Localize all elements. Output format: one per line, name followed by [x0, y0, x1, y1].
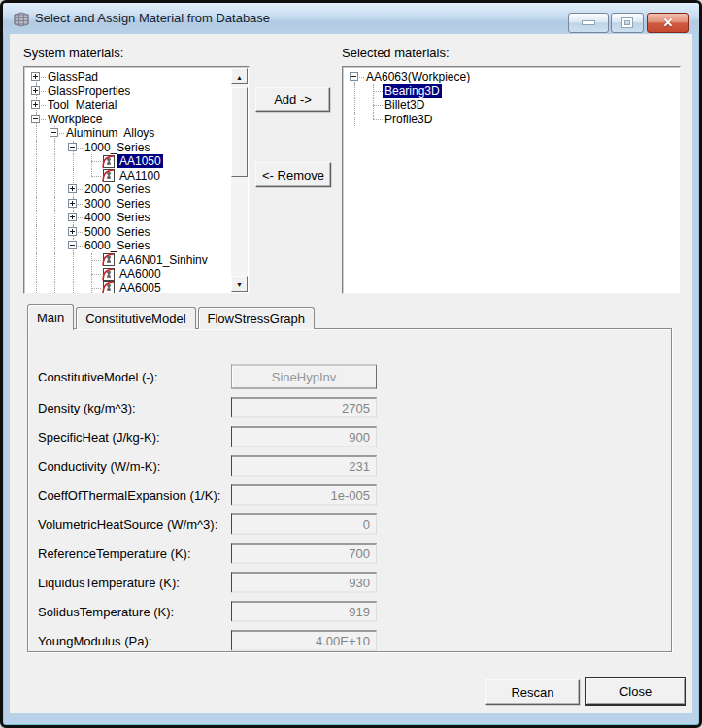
form-row: SpecificHeat (J/kg-K):900 [38, 422, 377, 451]
material-curve-icon [101, 169, 115, 182]
maximize-button[interactable] [611, 13, 644, 33]
tree-item[interactable]: Bearing3D [346, 84, 677, 99]
tree-guide-line [27, 239, 46, 253]
material-curve-icon [101, 155, 115, 168]
expand-plus-icon[interactable] [68, 227, 77, 236]
tree-item[interactable]: 5000 Series [27, 225, 229, 240]
tree-item-label[interactable]: 4000 Series [83, 211, 151, 224]
field-label: YoungModulus (Pa): [38, 634, 151, 648]
tree-item-label[interactable]: AA6N01_Sinhinv [117, 253, 210, 267]
tree-item[interactable]: AA6063(Workpiece) [346, 70, 677, 84]
expand-plus-icon[interactable] [68, 199, 77, 208]
rescan-button[interactable]: Rescan [485, 679, 580, 705]
tree-item[interactable]: 4000 Series [27, 211, 229, 225]
collapse-minus-icon[interactable] [31, 115, 40, 123]
tree-connector [346, 70, 364, 84]
tree-item[interactable]: Billet3D [346, 98, 677, 113]
form-row: LiquidusTemperature (K):930 [38, 568, 377, 597]
constitutive-model-button[interactable]: SineHypInv [231, 365, 377, 389]
material-curve-icon [101, 281, 115, 294]
expand-plus-icon[interactable] [31, 86, 40, 95]
value-field: 700 [231, 544, 377, 564]
tree-item[interactable]: Profile3D [346, 113, 677, 127]
tree-item[interactable]: AA6N01_Sinhinv [27, 253, 229, 268]
tab-flowstressgraph[interactable]: FlowStressGraph [198, 307, 315, 329]
tree-item-label-selected[interactable]: AA1050 [117, 154, 163, 168]
tree-item[interactable]: 3000 Series [27, 197, 229, 212]
field-label: CoeffOfThermalExpansion (1/K): [38, 488, 220, 503]
tree-item[interactable]: AA1050 [27, 154, 229, 169]
remove-button[interactable]: <- Remove [255, 162, 331, 187]
tree-item-label[interactable]: AA6005 [117, 281, 163, 294]
tab-main[interactable]: Main [27, 304, 74, 330]
tree-item-label[interactable]: GlassPad [46, 70, 100, 83]
tree-item-label[interactable]: Tool Material [46, 98, 118, 112]
value-field: 2705 [231, 398, 377, 418]
tree-connector [364, 113, 383, 127]
tree-guide-line [64, 154, 83, 169]
tree-item[interactable]: Aluminum Alloys [27, 126, 229, 141]
tree-item-label[interactable]: 6000_Series [83, 239, 151, 252]
expand-plus-icon[interactable] [31, 100, 40, 109]
scroll-up-icon[interactable]: ▲ [231, 68, 248, 84]
tree-item-label[interactable]: AA1100 [117, 169, 162, 182]
form-row: YoungModulus (Pa):4.00E+10 [38, 626, 377, 655]
value-field: 1e-005 [231, 485, 377, 506]
tree-item-label[interactable]: 5000 Series [83, 225, 151, 239]
tree-item[interactable]: 6000_Series [27, 239, 229, 253]
tree-guide-line [27, 211, 46, 225]
collapse-minus-icon[interactable] [350, 72, 358, 81]
value-field: 4.00E+10 [231, 631, 377, 651]
expand-plus-icon[interactable] [68, 184, 77, 193]
scroll-down-icon[interactable]: ▼ [231, 276, 248, 292]
tree-item[interactable]: GlassProperties [27, 84, 229, 99]
tree-guide-line [27, 225, 46, 240]
tree-item-label[interactable]: AA6063(Workpiece) [364, 70, 472, 83]
tree-scrollbar[interactable]: ▲ ▼ [231, 68, 248, 292]
collapse-minus-icon[interactable] [50, 128, 58, 137]
minimize-button[interactable] [568, 13, 609, 33]
collapse-minus-icon[interactable] [68, 143, 77, 151]
close-icon: ✕ [663, 17, 674, 29]
add-button[interactable]: Add -> [255, 87, 330, 112]
tree-item-label[interactable]: 3000 Series [83, 197, 151, 211]
tree-item-label[interactable]: 2000 Series [83, 182, 151, 196]
tree-guide-line [27, 126, 46, 141]
tree-guide-line [46, 281, 64, 295]
tab-constitutivemodel[interactable]: ConstitutiveModel [76, 307, 195, 329]
dialog-window: Select and Assign Material from Database… [0, 0, 702, 728]
tree-guide-line [46, 197, 64, 212]
system-materials-tree[interactable]: GlassPadGlassPropertiesTool MaterialWork… [23, 66, 250, 294]
tree-item[interactable]: 1000_Series [27, 141, 229, 155]
expand-plus-icon[interactable] [31, 72, 40, 81]
tree-item[interactable]: Workpiece [27, 113, 229, 127]
tree-item[interactable]: Tool Material [27, 98, 229, 113]
tree-connector [27, 113, 46, 127]
tree-item[interactable]: AA6000 [27, 267, 229, 281]
tree-item[interactable]: 2000 Series [27, 182, 229, 197]
tree-connector [83, 281, 101, 295]
material-curve-icon [101, 253, 115, 266]
selected-materials-tree[interactable]: AA6063(Workpiece)Bearing3DBillet3DProfil… [342, 66, 681, 294]
tree-item-label[interactable]: Billet3D [383, 98, 426, 112]
tree-guide-line [64, 267, 83, 281]
tree-item-label[interactable]: 1000_Series [83, 141, 151, 154]
form-row: Conductivity (W/m-K):231 [38, 451, 377, 480]
close-window-button[interactable]: ✕ [647, 13, 689, 33]
tree-item-label[interactable]: AA6000 [117, 267, 163, 281]
tree-item-label[interactable]: Aluminum Alloys [64, 126, 156, 140]
tree-guide-line [346, 84, 364, 99]
value-field: 0 [231, 514, 377, 535]
tree-item-label-selected[interactable]: Bearing3D [383, 84, 442, 98]
close-button[interactable]: Close [585, 677, 686, 706]
tree-item[interactable]: GlassPad [27, 70, 229, 84]
tree-item-label[interactable]: GlassProperties [46, 84, 132, 98]
tree-item-label[interactable]: Workpiece [46, 113, 104, 126]
scrollbar-thumb[interactable] [231, 87, 248, 177]
tree-item[interactable]: AA6005 [27, 281, 229, 295]
collapse-minus-icon[interactable] [68, 241, 77, 249]
tree-item[interactable]: AA1100 [27, 169, 229, 183]
title-bar[interactable]: Select and Assign Material from Database… [3, 3, 699, 34]
tree-item-label[interactable]: Profile3D [383, 113, 434, 126]
expand-plus-icon[interactable] [68, 213, 77, 221]
